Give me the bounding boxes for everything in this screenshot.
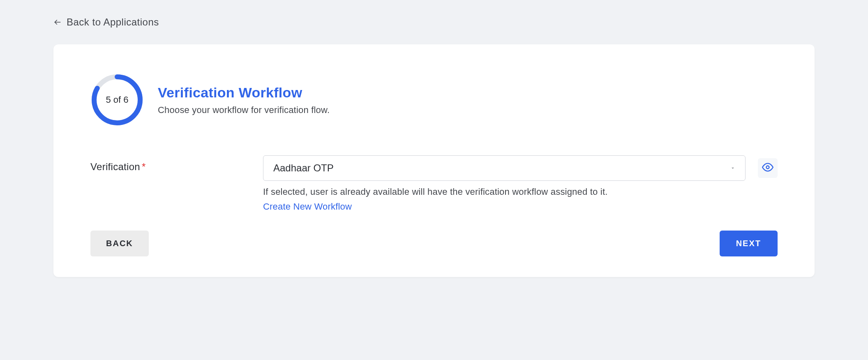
helper-text: If selected, user is already available w… — [263, 187, 778, 197]
header-text: Verification Workflow Choose your workfl… — [158, 85, 330, 115]
verification-select[interactable]: Aadhaar OTP — [263, 155, 746, 181]
workflow-card: 5 of 6 Verification Workflow Choose your… — [53, 44, 815, 277]
select-row: Aadhaar OTP — [263, 155, 778, 181]
back-button[interactable]: BACK — [90, 231, 149, 256]
page-title: Verification Workflow — [158, 85, 330, 101]
label-text: Verification — [90, 161, 140, 172]
back-link-label: Back to Applications — [67, 16, 159, 28]
preview-button[interactable] — [758, 158, 778, 178]
form-field-column: Aadhaar OTP — [263, 155, 778, 212]
selected-value: Aadhaar OTP — [273, 162, 334, 174]
header-row: 5 of 6 Verification Workflow Choose your… — [90, 73, 778, 127]
next-button[interactable]: NEXT — [720, 231, 778, 256]
progress-text: 5 of 6 — [106, 95, 128, 105]
svg-point-3 — [766, 166, 769, 169]
eye-icon — [762, 162, 773, 175]
create-workflow-link[interactable]: Create New Workflow — [263, 201, 352, 212]
arrow-left-icon — [53, 18, 62, 26]
verification-label: Verification* — [90, 161, 146, 172]
back-to-applications-link[interactable]: Back to Applications — [53, 16, 159, 28]
form-row: Verification* Aadhaar OTP — [90, 155, 778, 212]
button-row: BACK NEXT — [90, 231, 778, 256]
page-subtitle: Choose your workflow for verification fl… — [158, 105, 330, 115]
required-indicator: * — [142, 161, 146, 172]
caret-down-icon — [729, 165, 736, 171]
form-label-column: Verification* — [90, 155, 247, 173]
progress-ring: 5 of 6 — [90, 73, 144, 127]
